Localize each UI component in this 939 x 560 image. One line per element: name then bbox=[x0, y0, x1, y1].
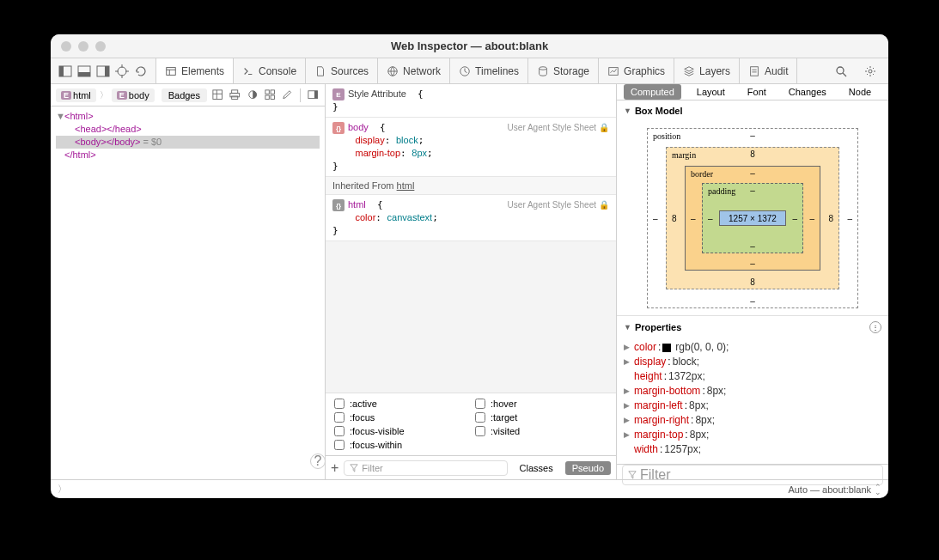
edit-icon[interactable] bbox=[282, 88, 292, 102]
dock-group bbox=[51, 58, 156, 83]
properties-heading[interactable]: ▼Properties ⋮ bbox=[617, 315, 888, 338]
html-rule[interactable]: User Agent Style Sheet🔒 {}html { color: … bbox=[326, 195, 616, 241]
help-icon[interactable]: ? bbox=[310, 453, 326, 469]
tab-layers[interactable]: Layers bbox=[674, 58, 740, 83]
side-tab-changes[interactable]: Changes bbox=[782, 84, 833, 100]
svg-rect-23 bbox=[232, 90, 238, 94]
side-tab-font[interactable]: Font bbox=[741, 84, 773, 100]
side-tab-computed[interactable]: Computed bbox=[624, 84, 681, 100]
element-picker-icon[interactable] bbox=[115, 64, 129, 78]
side-tab-node[interactable]: Node bbox=[842, 84, 878, 100]
crumb-body[interactable]: Ebody bbox=[112, 88, 155, 102]
body-rule[interactable]: User Agent Style Sheet🔒 {}body { display… bbox=[326, 118, 616, 177]
appearance-icon[interactable] bbox=[247, 88, 258, 102]
pseudo-focus-within[interactable]: :focus-within bbox=[334, 440, 466, 450]
box-model-heading[interactable]: ▼Box Model bbox=[617, 100, 888, 121]
style-attribute-rule[interactable]: EStyle Attribute {} bbox=[326, 84, 616, 118]
svg-point-21 bbox=[869, 70, 872, 73]
toggle-sidebar-icon[interactable] bbox=[308, 88, 318, 102]
tab-timelines[interactable]: Timelines bbox=[450, 58, 528, 83]
dock-right-icon[interactable] bbox=[96, 64, 110, 78]
status-right[interactable]: Auto — about:blank bbox=[788, 484, 871, 495]
pseudo-hover[interactable]: :hover bbox=[475, 399, 607, 409]
tab-console-label: Console bbox=[259, 65, 296, 77]
inherited-from-link[interactable]: html bbox=[397, 180, 415, 191]
top-toolbar: Elements Console Sources Network Timelin… bbox=[51, 58, 888, 84]
tab-graphics[interactable]: Graphics bbox=[599, 58, 674, 83]
filter-icon bbox=[628, 471, 637, 479]
dom-tree[interactable]: ▼<html> <head></head> <body></body> = $0… bbox=[51, 107, 325, 479]
svg-rect-27 bbox=[265, 90, 269, 94]
tab-elements-label: Elements bbox=[181, 65, 224, 77]
badges-button[interactable]: Badges bbox=[162, 88, 207, 102]
dock-bottom-icon[interactable] bbox=[77, 64, 91, 78]
title-bar: Web Inspector — about:blank bbox=[51, 34, 888, 58]
main-area: Ehtml 〉 Ebody Badges ▼<html> <head></hea… bbox=[51, 84, 888, 479]
layout-mode-icon[interactable] bbox=[212, 88, 223, 102]
tab-layers-label: Layers bbox=[699, 65, 730, 77]
print-icon[interactable] bbox=[229, 88, 240, 102]
pseudo-target[interactable]: :target bbox=[475, 412, 607, 423]
pseudo-class-toggles: :active :hover :focus :target :focus-vis… bbox=[326, 393, 616, 455]
svg-point-19 bbox=[837, 67, 844, 74]
tab-network-label: Network bbox=[403, 65, 441, 77]
svg-rect-29 bbox=[265, 95, 269, 99]
dom-line-selected[interactable]: <body></body> = $0 bbox=[56, 136, 320, 149]
pseudo-visited[interactable]: :visited bbox=[475, 426, 607, 436]
tab-console[interactable]: Console bbox=[234, 58, 306, 83]
grid-icon[interactable] bbox=[265, 88, 275, 102]
computed-property[interactable]: height: 1372px; bbox=[624, 369, 881, 384]
computed-property[interactable]: ▶margin-left: 8px; bbox=[624, 399, 881, 413]
classes-toggle[interactable]: Classes bbox=[513, 461, 560, 475]
ua-stylesheet-label: User Agent Style Sheet🔒 bbox=[508, 198, 609, 211]
tab-network[interactable]: Network bbox=[378, 58, 450, 83]
styles-filter-input[interactable]: Filter bbox=[344, 460, 507, 476]
minimize-window-button[interactable] bbox=[78, 41, 88, 52]
tab-audit-label: Audit bbox=[765, 65, 788, 77]
traffic-lights bbox=[61, 41, 106, 52]
dom-line[interactable]: <head></head> bbox=[56, 123, 320, 136]
svg-rect-22 bbox=[213, 90, 223, 100]
ua-stylesheet-label: User Agent Style Sheet🔒 bbox=[508, 121, 609, 134]
tab-storage-label: Storage bbox=[553, 65, 589, 77]
elements-panel: Ehtml 〉 Ebody Badges ▼<html> <head></hea… bbox=[51, 84, 326, 479]
elements-toolbar: Ehtml 〉 Ebody Badges bbox=[51, 84, 325, 107]
close-window-button[interactable] bbox=[61, 41, 71, 52]
settings-icon[interactable] bbox=[863, 64, 877, 78]
search-icon[interactable] bbox=[834, 64, 848, 78]
svg-rect-1 bbox=[59, 66, 64, 76]
computed-property[interactable]: ▶margin-top: 8px; bbox=[624, 428, 881, 442]
crumb-html-label: html bbox=[73, 90, 91, 100]
dock-left-icon[interactable] bbox=[58, 64, 72, 78]
tab-elements[interactable]: Elements bbox=[156, 58, 234, 83]
zoom-window-button[interactable] bbox=[95, 41, 106, 52]
computed-property[interactable]: ▶display: block; bbox=[624, 355, 881, 369]
box-model-diagram: position – – – – margin 8 8 8 8 bord bbox=[617, 121, 888, 315]
reload-icon[interactable] bbox=[134, 64, 148, 78]
side-tab-layout[interactable]: Layout bbox=[690, 84, 732, 100]
inherited-from: Inherited From html bbox=[326, 177, 616, 195]
crumb-html[interactable]: Ehtml bbox=[56, 88, 96, 102]
dom-line[interactable]: ▼<html> bbox=[56, 110, 320, 123]
tab-audit[interactable]: Audit bbox=[740, 58, 797, 83]
computed-property[interactable]: ▶margin-bottom: 8px; bbox=[624, 384, 881, 399]
stepper-icon[interactable]: ⌃⌄ bbox=[875, 484, 881, 495]
computed-property[interactable]: ▶color: rgb(0, 0, 0); bbox=[624, 340, 881, 355]
svg-point-6 bbox=[118, 67, 126, 76]
tab-storage[interactable]: Storage bbox=[528, 58, 599, 83]
computed-property[interactable]: width: 1257px; bbox=[624, 442, 881, 457]
new-rule-button[interactable]: + bbox=[331, 460, 338, 476]
pseudo-focus[interactable]: :focus bbox=[334, 412, 466, 423]
inspector-window: Web Inspector — about:blank Elements Con… bbox=[51, 34, 888, 498]
breadcrumb-chevron-icon[interactable]: 〉 bbox=[58, 483, 67, 496]
pseudo-toggle[interactable]: Pseudo bbox=[565, 461, 611, 475]
tab-sources[interactable]: Sources bbox=[306, 58, 378, 83]
pseudo-active[interactable]: :active bbox=[334, 399, 466, 409]
pseudo-focus-visible[interactable]: :focus-visible bbox=[334, 426, 466, 436]
crumb-body-label: body bbox=[129, 90, 149, 100]
computed-property[interactable]: ▶margin-right: 8px; bbox=[624, 413, 881, 428]
properties-filter-icon[interactable]: ⋮ bbox=[869, 321, 881, 333]
dom-line[interactable]: </html> bbox=[56, 149, 320, 161]
side-tab-layers[interactable]: Layers bbox=[887, 84, 888, 100]
svg-rect-3 bbox=[78, 72, 90, 76]
